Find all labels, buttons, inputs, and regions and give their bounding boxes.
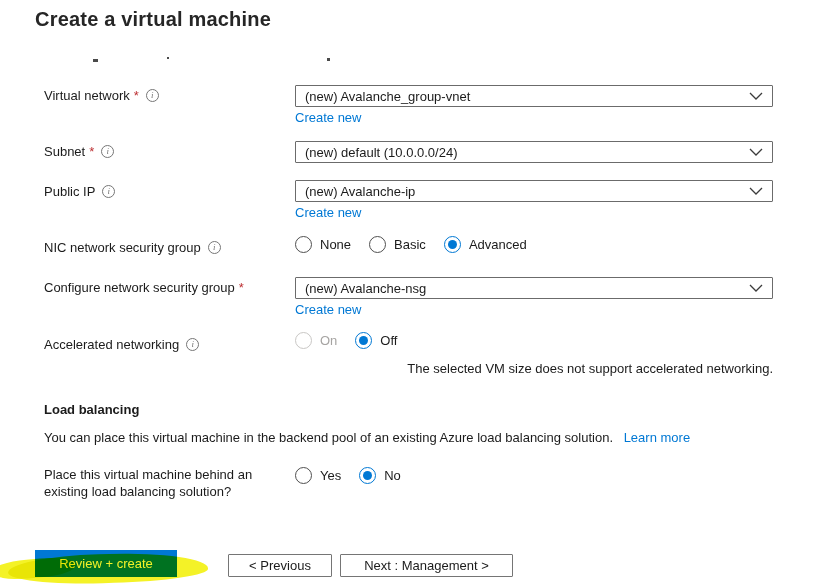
radio-option-basic[interactable]: Basic <box>369 236 426 253</box>
field-label-text: Subnet <box>44 144 85 159</box>
required-asterisk: * <box>134 88 139 103</box>
radio-label: None <box>320 237 351 252</box>
load-balancing-question: Place this virtual machine behind an exi… <box>44 466 296 500</box>
radio-label: Off <box>380 333 397 348</box>
required-asterisk: * <box>239 280 244 295</box>
previous-button[interactable]: < Previous <box>228 554 332 577</box>
chevron-down-icon <box>749 148 763 156</box>
dropdown-value: (new) Avalanche-ip <box>305 184 415 199</box>
dropdown-value: (new) Avalanche_group-vnet <box>305 89 470 104</box>
next-management-button[interactable]: Next : Management > <box>340 554 513 577</box>
dropdown-value: (new) Avalanche-nsg <box>305 281 426 296</box>
radio-icon-selected <box>359 467 376 484</box>
learn-more-link[interactable]: Learn more <box>624 430 690 445</box>
field-label-text: NIC network security group <box>44 240 201 255</box>
public-ip-dropdown[interactable]: (new) Avalanche-ip <box>295 180 773 202</box>
create-new-public-ip-link[interactable]: Create new <box>295 205 361 220</box>
radio-option-none[interactable]: None <box>295 236 351 253</box>
create-vm-page: Create a virtual machine Virtual network… <box>0 0 828 586</box>
radio-option-advanced[interactable]: Advanced <box>444 236 527 253</box>
radio-label: Basic <box>394 237 426 252</box>
subnet-label: Subnet* <box>44 144 114 159</box>
clipped-text-remnant <box>93 59 98 62</box>
radio-icon <box>295 236 312 253</box>
radio-label: No <box>384 468 401 483</box>
radio-option-on-disabled: On <box>295 332 337 349</box>
create-new-vnet-link[interactable]: Create new <box>295 110 361 125</box>
radio-option-off[interactable]: Off <box>355 332 397 349</box>
clipped-text-remnant <box>327 58 330 61</box>
accelerated-networking-label: Accelerated networking <box>44 337 199 352</box>
virtual-network-dropdown[interactable]: (new) Avalanche_group-vnet <box>295 85 773 107</box>
info-icon[interactable] <box>208 241 221 254</box>
field-label-text: Configure network security group <box>44 280 235 295</box>
info-icon[interactable] <box>102 185 115 198</box>
nic-nsg-label: NIC network security group <box>44 240 221 255</box>
accelerated-networking-radio-group: On Off <box>295 332 415 349</box>
info-icon[interactable] <box>186 338 199 351</box>
page-title: Create a virtual machine <box>35 8 271 31</box>
chevron-down-icon <box>749 284 763 292</box>
configure-nsg-dropdown[interactable]: (new) Avalanche-nsg <box>295 277 773 299</box>
accelerated-networking-note: The selected VM size does not support ac… <box>295 361 773 376</box>
radio-icon-selected <box>444 236 461 253</box>
radio-icon <box>295 467 312 484</box>
radio-option-yes[interactable]: Yes <box>295 467 341 484</box>
configure-nsg-label: Configure network security group* <box>44 280 244 295</box>
chevron-down-icon <box>749 92 763 100</box>
radio-label: Advanced <box>469 237 527 252</box>
public-ip-label: Public IP <box>44 184 115 199</box>
dropdown-value: (new) default (10.0.0.0/24) <box>305 145 457 160</box>
subnet-dropdown[interactable]: (new) default (10.0.0.0/24) <box>295 141 773 163</box>
radio-icon-disabled <box>295 332 312 349</box>
description-text: You can place this virtual machine in th… <box>44 430 613 445</box>
clipped-text-remnant <box>167 57 169 59</box>
radio-label: Yes <box>320 468 341 483</box>
load-balancing-radio-group: Yes No <box>295 467 419 484</box>
info-icon[interactable] <box>146 89 159 102</box>
virtual-network-label: Virtual network* <box>44 88 159 103</box>
chevron-down-icon <box>749 187 763 195</box>
create-new-nsg-link[interactable]: Create new <box>295 302 361 317</box>
load-balancing-description: You can place this virtual machine in th… <box>44 430 690 445</box>
required-asterisk: * <box>89 144 94 159</box>
field-label-text: Accelerated networking <box>44 337 179 352</box>
load-balancing-header: Load balancing <box>44 402 139 417</box>
review-create-button[interactable]: Review + create <box>35 550 177 577</box>
radio-icon-selected <box>355 332 372 349</box>
radio-icon <box>369 236 386 253</box>
radio-option-no[interactable]: No <box>359 467 401 484</box>
radio-label: On <box>320 333 337 348</box>
info-icon[interactable] <box>101 145 114 158</box>
field-label-text: Public IP <box>44 184 95 199</box>
nic-nsg-radio-group: None Basic Advanced <box>295 236 545 253</box>
field-label-text: Virtual network <box>44 88 130 103</box>
